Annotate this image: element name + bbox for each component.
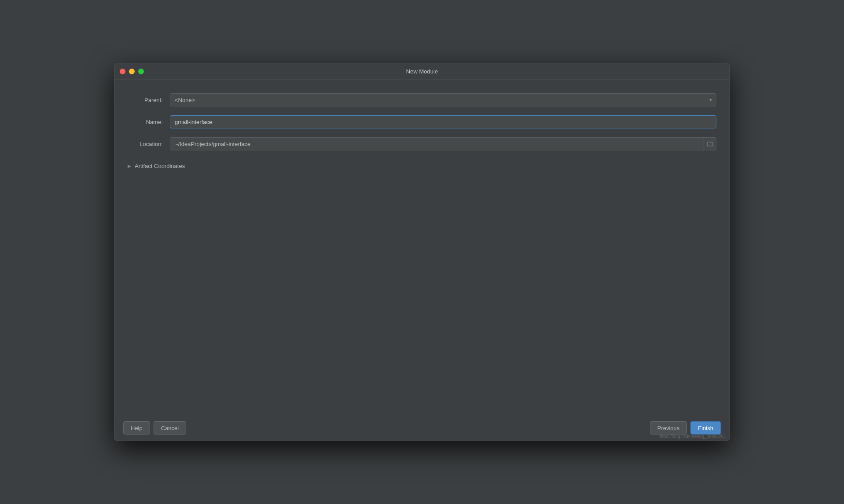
name-row: Name: <box>128 111 716 133</box>
close-button[interactable] <box>120 69 125 74</box>
help-button[interactable]: Help <box>123 421 150 435</box>
name-label: Name: <box>128 119 163 125</box>
new-module-dialog: New Module Parent: <None> ▾ Name: Locati… <box>114 63 730 441</box>
title-bar: New Module <box>114 63 730 80</box>
location-field-container <box>170 137 716 150</box>
dialog-footer: Help Cancel Previous Finish <box>114 415 730 441</box>
footer-left-buttons: Help Cancel <box>123 421 186 435</box>
watermark-text: https://blog.csdn.net/qq_36903261 <box>659 434 726 439</box>
artifact-coordinates-section: ▶ Artifact Coordinates <box>128 159 716 173</box>
location-input-wrapper <box>170 137 716 150</box>
artifact-coordinates-header[interactable]: ▶ Artifact Coordinates <box>128 163 716 169</box>
cancel-button[interactable]: Cancel <box>154 421 186 435</box>
artifact-coordinates-label: Artifact Coordinates <box>135 163 185 169</box>
footer-right-buttons: Previous Finish <box>650 421 721 435</box>
dialog-title: New Module <box>406 68 438 75</box>
previous-button[interactable]: Previous <box>650 421 687 435</box>
parent-row: Parent: <None> ▾ <box>128 89 716 111</box>
name-input-wrapper <box>170 115 716 128</box>
content-spacer <box>128 173 716 406</box>
window-controls <box>120 69 144 74</box>
dialog-content: Parent: <None> ▾ Name: Location: <box>114 80 730 415</box>
expand-chevron-icon: ▶ <box>128 164 131 168</box>
location-row: Location: <box>128 133 716 155</box>
location-input[interactable] <box>170 139 704 150</box>
finish-button[interactable]: Finish <box>690 421 721 435</box>
browse-folder-button[interactable] <box>704 138 716 150</box>
parent-label: Parent: <box>128 97 163 103</box>
location-label: Location: <box>128 141 163 147</box>
name-input[interactable] <box>170 115 716 128</box>
parent-select[interactable]: <None> <box>170 93 716 106</box>
minimize-button[interactable] <box>129 69 135 74</box>
parent-select-wrapper: <None> ▾ <box>170 93 716 106</box>
maximize-button[interactable] <box>138 69 144 74</box>
